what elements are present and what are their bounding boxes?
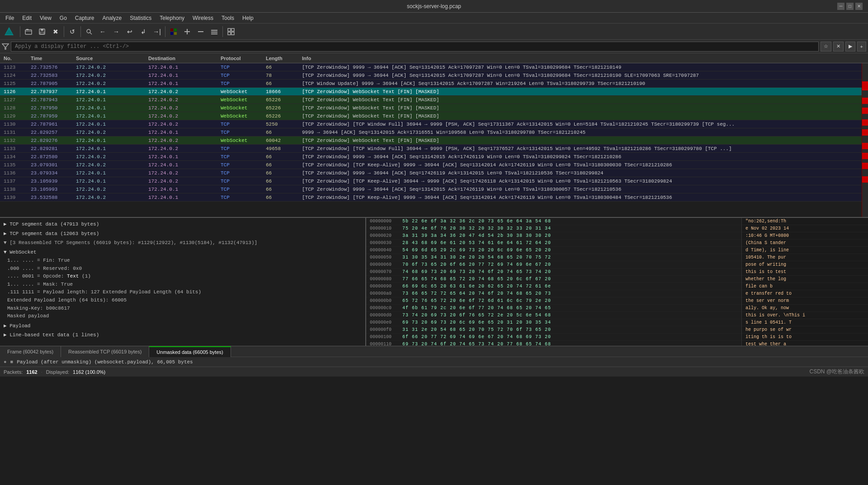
table-row[interactable]: 112722.787943172.24.0.1172.24.0.2WebSock… <box>0 96 868 104</box>
payload-info: Payload (after unmasking) (websocket.pay… <box>17 359 193 365</box>
menu-wireless[interactable]: Wireless <box>189 14 217 22</box>
ws-masked-payload: Masked payload <box>7 312 365 320</box>
table-row[interactable]: 113723.105939172.24.0.1172.24.0.2TCP66[T… <box>0 177 868 185</box>
svg-rect-3 <box>26 29 28 30</box>
menu-statistics[interactable]: Statistics <box>126 14 155 22</box>
table-row[interactable]: 112322.732576172.24.0.2172.24.0.1TCP66[T… <box>0 63 868 71</box>
detail-section-linedata: ▶ Line-based text data (1 lines) <box>0 330 365 340</box>
detail-section-tcp2: ▶ TCP segment data (12063 bytes) <box>0 229 365 239</box>
table-row[interactable]: 112822.787950172.24.0.1172.24.0.2WebSock… <box>0 104 868 112</box>
ws-payload-len: .111 1111 = Payload length: 127 Extended… <box>7 288 365 297</box>
svg-rect-6 <box>40 32 44 34</box>
col-protocol[interactable]: Protocol <box>219 56 264 61</box>
table-row[interactable]: 113022.787961172.24.0.1172.24.0.2TCP5250… <box>0 120 868 128</box>
websocket-details: 1... .... = Fin: True .000 .... = Reserv… <box>0 257 365 320</box>
toolbar-reload-button[interactable]: ↺ <box>66 25 79 38</box>
detail-section-websocket: ▼ WebSocket <box>0 248 365 257</box>
table-row[interactable]: 113523.079301172.24.0.2172.24.0.1TCP66[T… <box>0 161 868 169</box>
col-destination[interactable]: Destination <box>146 56 219 61</box>
menu-bar: File Edit View Go Capture Analyze Statis… <box>0 13 868 24</box>
minimize-button[interactable]: ─ <box>837 3 844 10</box>
detail-section-reassembled: ▼ [3 Reassembled TCP Segments (66019 byt… <box>0 238 365 248</box>
detail-item[interactable]: ▶ TCP segment data (47913 bytes) <box>4 221 99 227</box>
col-length[interactable]: Length <box>264 56 300 61</box>
toolbar-save-button[interactable] <box>36 25 48 38</box>
toolbar-zoom-reset-button[interactable] <box>208 25 221 38</box>
table-row[interactable]: 112422.732583172.24.0.2172.24.0.1TCP78[T… <box>0 71 868 80</box>
toolbar-prev-button[interactable]: ← <box>96 25 109 38</box>
toolbar-expand-button[interactable] <box>225 25 237 38</box>
menu-help[interactable]: Help <box>239 14 257 22</box>
hex-left: 000000005b 22 6e 6f 3a 32 36 2c 20 73 65… <box>366 218 741 346</box>
maximize-button[interactable]: □ <box>846 3 854 10</box>
table-row[interactable]: 112922.787959172.24.0.1172.24.0.2WebSock… <box>0 112 868 120</box>
close-button[interactable]: ✕ <box>855 3 863 10</box>
scroll-indicator[interactable] <box>862 63 868 217</box>
filter-expression-button[interactable]: + <box>857 42 866 52</box>
table-row[interactable]: 113623.079334172.24.0.1172.24.0.2TCP66[T… <box>0 169 868 177</box>
toolbar-next-button[interactable]: → <box>110 25 123 38</box>
col-source[interactable]: Source <box>74 56 146 61</box>
filter-apply-button[interactable]: ▶ <box>845 42 855 52</box>
filter-clear-button[interactable]: ✕ <box>833 42 844 52</box>
detail-item-websocket[interactable]: ▼ WebSocket <box>4 250 37 255</box>
menu-file[interactable]: File <box>2 14 18 22</box>
table-row[interactable]: 113322.829281172.24.0.1172.24.0.2TCP4965… <box>0 145 868 153</box>
svg-rect-2 <box>25 30 32 34</box>
status-left: Packets: 1162 · Displayed: 1162 (100.0%) <box>4 369 105 375</box>
toolbar-last-button[interactable]: →| <box>151 25 163 38</box>
tab-reassembled[interactable]: Reassembled TCP (66019 bytes) <box>61 346 149 357</box>
col-info[interactable]: Info <box>300 56 866 61</box>
menu-view[interactable]: View <box>36 14 55 22</box>
table-row[interactable]: 112622.787937172.24.0.1172.24.0.2WebSock… <box>0 88 868 96</box>
svg-rect-20 <box>231 28 234 31</box>
svg-rect-15 <box>198 31 203 32</box>
display-filter-input[interactable] <box>11 42 819 52</box>
col-no[interactable]: No. <box>2 56 29 61</box>
filter-bar: ☆ ✕ ▶ + <box>0 40 868 53</box>
tab-frame[interactable]: Frame (60042 bytes) <box>0 346 61 357</box>
svg-rect-21 <box>228 32 231 35</box>
toolbar-colorize-button[interactable] <box>167 25 180 38</box>
table-row[interactable]: 112522.787905172.24.0.2172.24.0.1TCP66[T… <box>0 80 868 88</box>
tab-unmasked[interactable]: Unmasked data (66005 bytes) <box>149 346 231 357</box>
detail-item-linedata[interactable]: ▶ Line-based text data (1 lines) <box>4 332 99 338</box>
table-row[interactable]: 113222.829276172.24.0.1172.24.0.2WebSock… <box>0 137 868 145</box>
table-row[interactable]: 113923.532588172.24.0.2172.24.0.1TCP66[T… <box>0 193 868 202</box>
filter-bookmark-button[interactable]: ☆ <box>821 42 831 52</box>
toolbar-zoom-in-button[interactable] <box>181 25 193 38</box>
detail-item-payload[interactable]: ▶ Payload <box>4 323 30 329</box>
table-row[interactable]: 113823.105993172.24.0.2172.24.0.1TCP66[T… <box>0 185 868 193</box>
menu-go[interactable]: Go <box>56 14 71 22</box>
packet-list[interactable]: No. Time Source Destination Protocol Len… <box>0 53 868 217</box>
detail-item[interactable]: ▼ [3 Reassembled TCP Segments (66019 byt… <box>4 240 257 245</box>
menu-tools[interactable]: Tools <box>218 14 238 22</box>
toolbar: ✖ ↺ ← → ↩ ↲ →| <box>0 24 868 40</box>
svg-rect-19 <box>228 28 231 31</box>
displayed-count: 1162 (100.0%) <box>73 369 105 375</box>
toolbar-find-button[interactable] <box>83 25 95 38</box>
toolbar-first-button[interactable]: ↲ <box>137 25 150 38</box>
svg-marker-23 <box>2 44 9 49</box>
toolbar-close-file-button[interactable]: ✖ <box>49 25 62 38</box>
table-row[interactable]: 113422.872580172.24.0.2172.24.0.1TCP66[T… <box>0 153 868 161</box>
table-row[interactable]: 113122.829257172.24.0.2172.24.0.1TCP6699… <box>0 128 868 137</box>
menu-telephony[interactable]: Telephony <box>156 14 188 22</box>
menu-edit[interactable]: Edit <box>19 14 35 22</box>
toolbar-open-button[interactable] <box>22 25 35 38</box>
svg-rect-10 <box>174 28 177 31</box>
col-time[interactable]: Time <box>29 56 74 61</box>
toolbar-zoom-out-button[interactable] <box>194 25 207 38</box>
svg-rect-9 <box>170 28 173 31</box>
svg-rect-12 <box>174 32 177 35</box>
ws-opcode: .... 0001 = Opcode: Text (1) <box>7 273 365 281</box>
menu-capture[interactable]: Capture <box>71 14 98 22</box>
bottom-tabs: Frame (60042 bytes) Reassembled TCP (660… <box>0 346 868 357</box>
filter-icon <box>2 43 9 50</box>
bottom-area: ▶ TCP segment data (47913 bytes) ▶ TCP s… <box>0 217 868 346</box>
toolbar-go-packet-button[interactable]: ↩ <box>123 25 136 38</box>
payload-line: ● ■ Payload (after unmasking) (websocket… <box>0 357 868 367</box>
packets-count: 1162 <box>26 369 37 375</box>
detail-item[interactable]: ▶ TCP segment data (12063 bytes) <box>4 231 99 236</box>
menu-analyze[interactable]: Analyze <box>99 14 126 22</box>
